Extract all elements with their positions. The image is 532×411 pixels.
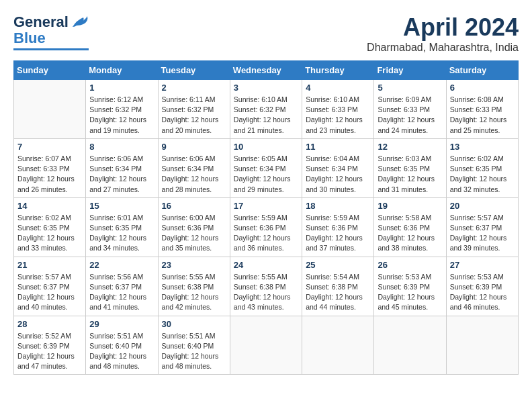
day-info: Sunrise: 5:59 AMSunset: 6:36 PMDaylight:… — [306, 213, 370, 254]
day-number: 12 — [378, 142, 442, 152]
day-number: 8 — [89, 142, 154, 152]
day-number: 11 — [306, 142, 370, 152]
header-sunday: Sunday — [14, 61, 86, 80]
day-number: 5 — [378, 83, 442, 93]
day-cell — [302, 316, 374, 375]
day-cell: 17Sunrise: 5:59 AMSunset: 6:36 PMDayligh… — [230, 197, 302, 257]
day-number: 10 — [234, 142, 298, 152]
day-info: Sunrise: 6:02 AMSunset: 6:35 PMDaylight:… — [450, 154, 515, 195]
day-number: 30 — [162, 319, 226, 329]
header-friday: Friday — [374, 61, 446, 80]
day-info: Sunrise: 6:12 AMSunset: 6:32 PMDaylight:… — [89, 95, 154, 136]
day-cell: 10Sunrise: 6:05 AMSunset: 6:34 PMDayligh… — [230, 138, 302, 197]
day-cell — [446, 316, 518, 375]
day-cell: 26Sunrise: 5:53 AMSunset: 6:39 PMDayligh… — [374, 257, 446, 316]
day-info: Sunrise: 6:03 AMSunset: 6:35 PMDaylight:… — [378, 154, 442, 195]
day-cell: 13Sunrise: 6:02 AMSunset: 6:35 PMDayligh… — [446, 138, 518, 197]
day-cell: 4Sunrise: 6:10 AMSunset: 6:33 PMDaylight… — [302, 80, 374, 139]
header-tuesday: Tuesday — [158, 61, 230, 80]
title-block: April 2024 Dharmabad, Maharashtra, India — [367, 13, 519, 54]
day-number: 14 — [17, 201, 82, 211]
day-number: 17 — [234, 201, 298, 211]
week-row-2: 7Sunrise: 6:07 AMSunset: 6:33 PMDaylight… — [14, 138, 519, 197]
day-info: Sunrise: 5:53 AMSunset: 6:39 PMDaylight:… — [378, 272, 442, 313]
day-cell: 15Sunrise: 6:01 AMSunset: 6:35 PMDayligh… — [86, 197, 158, 257]
day-info: Sunrise: 5:57 AMSunset: 6:37 PMDaylight:… — [450, 213, 515, 254]
day-cell: 16Sunrise: 6:00 AMSunset: 6:36 PMDayligh… — [158, 197, 230, 257]
day-number: 6 — [450, 83, 515, 93]
day-number: 1 — [89, 83, 154, 93]
day-cell: 5Sunrise: 6:09 AMSunset: 6:33 PMDaylight… — [374, 80, 446, 139]
day-cell — [374, 316, 446, 375]
day-cell: 14Sunrise: 6:02 AMSunset: 6:35 PMDayligh… — [14, 197, 86, 257]
day-number: 7 — [17, 142, 82, 152]
day-number: 2 — [162, 83, 226, 93]
day-number: 4 — [306, 83, 370, 93]
day-info: Sunrise: 6:06 AMSunset: 6:34 PMDaylight:… — [89, 154, 154, 195]
header-monday: Monday — [86, 61, 158, 80]
day-info: Sunrise: 6:06 AMSunset: 6:34 PMDaylight:… — [162, 154, 226, 195]
day-info: Sunrise: 6:01 AMSunset: 6:35 PMDaylight:… — [89, 213, 154, 254]
day-cell: 18Sunrise: 5:59 AMSunset: 6:36 PMDayligh… — [302, 197, 374, 257]
day-number: 23 — [162, 260, 226, 270]
day-cell: 6Sunrise: 6:08 AMSunset: 6:33 PMDaylight… — [446, 80, 518, 139]
day-cell: 30Sunrise: 5:51 AMSunset: 6:40 PMDayligh… — [158, 316, 230, 375]
day-info: Sunrise: 5:55 AMSunset: 6:38 PMDaylight:… — [162, 272, 226, 313]
day-cell: 12Sunrise: 6:03 AMSunset: 6:35 PMDayligh… — [374, 138, 446, 197]
logo: General Blue — [13, 13, 89, 50]
day-number: 16 — [162, 201, 226, 211]
day-info: Sunrise: 5:59 AMSunset: 6:36 PMDaylight:… — [234, 213, 298, 254]
day-number: 13 — [450, 142, 515, 152]
day-number: 25 — [306, 260, 370, 270]
day-info: Sunrise: 5:55 AMSunset: 6:38 PMDaylight:… — [234, 272, 298, 313]
day-info: Sunrise: 6:09 AMSunset: 6:33 PMDaylight:… — [378, 95, 442, 136]
day-info: Sunrise: 6:11 AMSunset: 6:32 PMDaylight:… — [162, 95, 226, 136]
day-info: Sunrise: 6:07 AMSunset: 6:33 PMDaylight:… — [17, 154, 82, 195]
day-info: Sunrise: 6:10 AMSunset: 6:32 PMDaylight:… — [234, 95, 298, 136]
day-cell — [14, 80, 86, 139]
week-row-5: 28Sunrise: 5:52 AMSunset: 6:39 PMDayligh… — [14, 316, 519, 375]
day-cell: 22Sunrise: 5:56 AMSunset: 6:37 PMDayligh… — [86, 257, 158, 316]
header-saturday: Saturday — [446, 61, 518, 80]
header-thursday: Thursday — [302, 61, 374, 80]
day-cell: 27Sunrise: 5:53 AMSunset: 6:39 PMDayligh… — [446, 257, 518, 316]
day-info: Sunrise: 6:05 AMSunset: 6:34 PMDaylight:… — [234, 154, 298, 195]
day-info: Sunrise: 5:51 AMSunset: 6:40 PMDaylight:… — [162, 331, 226, 372]
day-cell: 23Sunrise: 5:55 AMSunset: 6:38 PMDayligh… — [158, 257, 230, 316]
calendar-table: SundayMondayTuesdayWednesdayThursdayFrid… — [13, 60, 519, 375]
day-number: 20 — [450, 201, 515, 211]
day-cell: 29Sunrise: 5:51 AMSunset: 6:40 PMDayligh… — [86, 316, 158, 375]
day-cell: 2Sunrise: 6:11 AMSunset: 6:32 PMDaylight… — [158, 80, 230, 139]
day-number: 24 — [234, 260, 298, 270]
day-cell: 3Sunrise: 6:10 AMSunset: 6:32 PMDaylight… — [230, 80, 302, 139]
day-info: Sunrise: 6:04 AMSunset: 6:34 PMDaylight:… — [306, 154, 370, 195]
day-number: 9 — [162, 142, 226, 152]
day-info: Sunrise: 6:02 AMSunset: 6:35 PMDaylight:… — [17, 213, 82, 254]
week-row-4: 21Sunrise: 5:57 AMSunset: 6:37 PMDayligh… — [14, 257, 519, 316]
day-number: 27 — [450, 260, 515, 270]
day-number: 29 — [89, 319, 154, 329]
day-info: Sunrise: 6:10 AMSunset: 6:33 PMDaylight:… — [306, 95, 370, 136]
day-cell: 11Sunrise: 6:04 AMSunset: 6:34 PMDayligh… — [302, 138, 374, 197]
day-info: Sunrise: 5:51 AMSunset: 6:40 PMDaylight:… — [89, 331, 154, 372]
day-info: Sunrise: 5:56 AMSunset: 6:37 PMDaylight:… — [89, 272, 154, 313]
page-header: General Blue April 2024 Dharmabad, Mahar… — [13, 13, 519, 54]
day-info: Sunrise: 5:57 AMSunset: 6:37 PMDaylight:… — [17, 272, 82, 313]
day-info: Sunrise: 6:08 AMSunset: 6:33 PMDaylight:… — [450, 95, 515, 136]
location: Dharmabad, Maharashtra, India — [367, 42, 519, 54]
day-cell: 7Sunrise: 6:07 AMSunset: 6:33 PMDaylight… — [14, 138, 86, 197]
logo-bird-icon — [70, 15, 89, 30]
day-number: 18 — [306, 201, 370, 211]
day-cell: 20Sunrise: 5:57 AMSunset: 6:37 PMDayligh… — [446, 197, 518, 257]
day-number: 19 — [378, 201, 442, 211]
day-number: 21 — [17, 260, 82, 270]
day-number: 26 — [378, 260, 442, 270]
day-cell: 21Sunrise: 5:57 AMSunset: 6:37 PMDayligh… — [14, 257, 86, 316]
week-row-3: 14Sunrise: 6:02 AMSunset: 6:35 PMDayligh… — [14, 197, 519, 257]
day-number: 15 — [89, 201, 154, 211]
day-cell: 8Sunrise: 6:06 AMSunset: 6:34 PMDaylight… — [86, 138, 158, 197]
day-number: 28 — [17, 319, 82, 329]
day-number: 22 — [89, 260, 154, 270]
calendar-header-row: SundayMondayTuesdayWednesdayThursdayFrid… — [14, 61, 519, 80]
day-cell: 28Sunrise: 5:52 AMSunset: 6:39 PMDayligh… — [14, 316, 86, 375]
